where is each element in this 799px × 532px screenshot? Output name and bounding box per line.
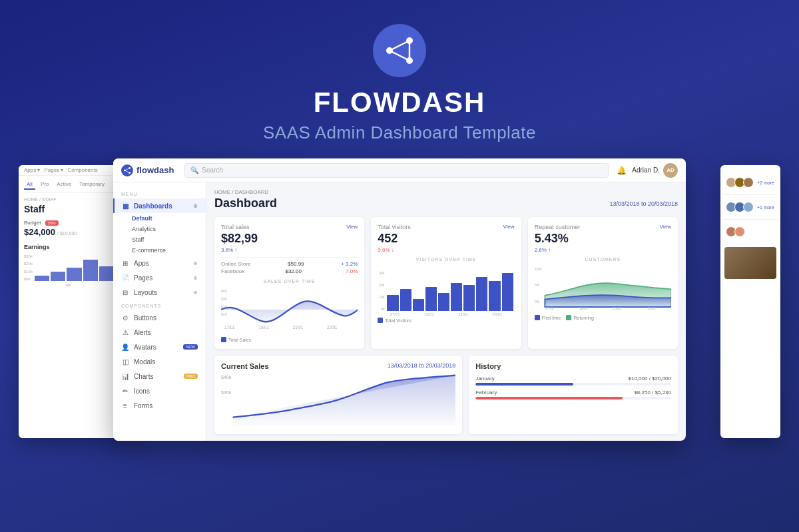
total-sales-link[interactable]: View xyxy=(346,224,358,230)
sidebar-item-ecommerce[interactable]: E-commerce xyxy=(113,245,206,256)
sidebar-label-buttons: Buttons xyxy=(134,314,156,322)
visitors-legend-label: Total Visitors xyxy=(385,318,411,323)
brand-title: FLOWDASH xyxy=(314,87,486,119)
sidebar-item-avatars[interactable]: 👤 Avatars NEW xyxy=(113,340,206,354)
topbar-brand: flowdash xyxy=(136,165,174,175)
alerts-icon: ⚠ xyxy=(121,328,129,336)
rp-avatar-row-3 xyxy=(726,226,775,237)
svg-text:0%: 0% xyxy=(535,300,540,304)
chevron-icon-layouts: ⊕ xyxy=(193,290,198,296)
bar xyxy=(489,281,500,311)
current-sales-date-range: 13/03/2018 to 20/03/2018 xyxy=(388,362,456,369)
topbar-logo-icon xyxy=(121,164,133,176)
sidebar-label-layouts: Layouts xyxy=(134,289,157,296)
card-repeat-customer: Repeat customer View 5.43% 2.6% ↑ CUSTOM… xyxy=(528,217,678,349)
rp-photo-placeholder xyxy=(724,247,776,279)
bar xyxy=(438,293,449,311)
table-row: Facebook $32.00 - 7.0% xyxy=(221,268,358,275)
history-bar-january xyxy=(475,383,573,386)
customers-chart-label: CUSTOMERS xyxy=(535,257,671,262)
cards-row-2: Current Sales 13/03/2018 to 20/03/2018 xyxy=(214,356,678,434)
date-range: 13/03/2018 to 20/03/2018 xyxy=(609,200,678,207)
total-visitors-value: 452 xyxy=(378,232,514,246)
forms-icon: ≡ xyxy=(121,401,129,409)
sidebar-label-forms: Forms xyxy=(134,402,152,409)
total-sales-label: Total sales xyxy=(221,224,250,230)
avatar xyxy=(743,202,754,212)
svg-line-4 xyxy=(390,51,409,61)
sidebar-item-dashboards[interactable]: ▦ Dashboards ⊕ xyxy=(113,198,206,213)
sidebar-item-modals[interactable]: ◫ Modals xyxy=(113,354,206,369)
svg-point-8 xyxy=(129,172,131,174)
sidebar-item-staff[interactable]: Staff xyxy=(113,234,206,245)
returning-legend-dot xyxy=(566,315,571,320)
layouts-icon: ⊟ xyxy=(121,288,129,296)
topbar: flowdash 🔍 Search 🔔 Adrian D. AD xyxy=(113,158,686,182)
sidebar-item-apps[interactable]: ⊞ Apps ⊕ xyxy=(113,256,206,270)
rp-avatar-row-2: +1 more xyxy=(726,202,775,212)
svg-text:19/01: 19/01 xyxy=(258,325,269,330)
svg-point-6 xyxy=(124,169,126,171)
chevron-icon-pages: ⊕ xyxy=(193,275,198,281)
search-icon: 🔍 xyxy=(190,166,198,174)
visitors-legend-dot xyxy=(378,318,383,323)
bar xyxy=(413,299,424,311)
lp-budget-sub: / $10,000 xyxy=(57,231,77,236)
sidebar-item-forms[interactable]: ≡ Forms xyxy=(113,398,206,413)
lp-components-tab: Components xyxy=(67,167,97,173)
brand-subtitle: SAAS Admin Dashboard Template xyxy=(263,123,536,143)
sidebar-item-buttons[interactable]: ⊙ Buttons xyxy=(113,310,206,325)
lp-tab-active[interactable]: Active xyxy=(54,180,74,190)
card-total-visitors: Total visitors View 452 9.6% ↓ VISITORS … xyxy=(371,217,521,349)
lp-budget-badge: 35% xyxy=(45,220,59,226)
svg-point-7 xyxy=(129,166,131,168)
svg-text:$20: $20 xyxy=(221,304,227,308)
total-visitors-link[interactable]: View xyxy=(503,224,514,230)
sidebar-item-layouts[interactable]: ⊟ Layouts ⊕ xyxy=(113,285,206,300)
charts-icon: 📊 xyxy=(121,372,129,380)
svg-text:$40k: $40k xyxy=(221,376,232,380)
repeat-customer-change: 2.6% ↑ xyxy=(535,247,671,253)
sidebar-item-alerts[interactable]: ⚠ Alerts xyxy=(113,325,206,340)
total-sales-legend-dot xyxy=(221,337,226,342)
repeat-customer-link[interactable]: View xyxy=(660,224,671,230)
sidebar-label-apps: Apps xyxy=(134,260,149,267)
brand-logo xyxy=(373,24,426,77)
sidebar-item-default[interactable]: Default xyxy=(113,213,206,224)
logo-icon xyxy=(383,34,416,67)
total-sales-value: $82,99 xyxy=(221,232,358,246)
rp-avatar-row-1: +2 more xyxy=(726,177,775,188)
search-bar[interactable]: 🔍 Search xyxy=(184,163,609,178)
returning-legend-label: Returning xyxy=(573,316,593,320)
sidebar-item-icons[interactable]: ✏ Icons xyxy=(113,384,206,398)
lp-tab-temporary[interactable]: Temporary xyxy=(77,180,107,190)
lp-tab-pro[interactable]: Pro xyxy=(38,180,51,190)
user-info: Adrian D. AD xyxy=(632,163,678,178)
page-title: Dashboard xyxy=(214,196,277,210)
buttons-icon: ⊙ xyxy=(121,314,129,322)
sidebar-item-analytics[interactable]: Analytics xyxy=(113,224,206,234)
sidebar-item-pages[interactable]: 📄 Pages ⊕ xyxy=(113,270,206,285)
pages-icon: 📄 xyxy=(121,274,129,282)
sidebar-label-charts: Charts xyxy=(134,373,153,380)
lp-apps-tab: Apps ▾ xyxy=(24,167,40,173)
lp-tab-all[interactable]: All xyxy=(24,180,35,190)
avatar xyxy=(734,226,745,237)
sales-legend: Total Sales xyxy=(221,337,358,342)
repeat-customer-label: Repeat customer xyxy=(535,224,581,230)
bell-icon[interactable]: 🔔 xyxy=(617,166,627,175)
visitors-chart-label: VISITORS OVER TIME xyxy=(378,257,514,262)
chevron-icon-apps: ⊕ xyxy=(193,260,198,266)
card-current-sales: Current Sales 13/03/2018 to 20/03/2018 xyxy=(214,356,462,434)
new-badge: NEW xyxy=(183,344,198,350)
card-total-sales: Total sales View $82,99 3.6% ↑ Online St… xyxy=(214,217,364,349)
svg-text:5%: 5% xyxy=(535,282,540,286)
sidebar-label-avatars: Avatars xyxy=(134,344,156,351)
svg-text:23/01: 23/01 xyxy=(327,325,338,330)
user-name: Adrian D. xyxy=(632,166,660,174)
bar xyxy=(476,277,487,311)
sidebar-item-charts[interactable]: 📊 Charts PRO xyxy=(113,369,206,384)
repeat-customer-value: 5.43% xyxy=(535,232,671,246)
svg-text:21/01: 21/01 xyxy=(613,306,622,310)
breadcrumb: HOME / DASHBOARD xyxy=(214,189,678,195)
